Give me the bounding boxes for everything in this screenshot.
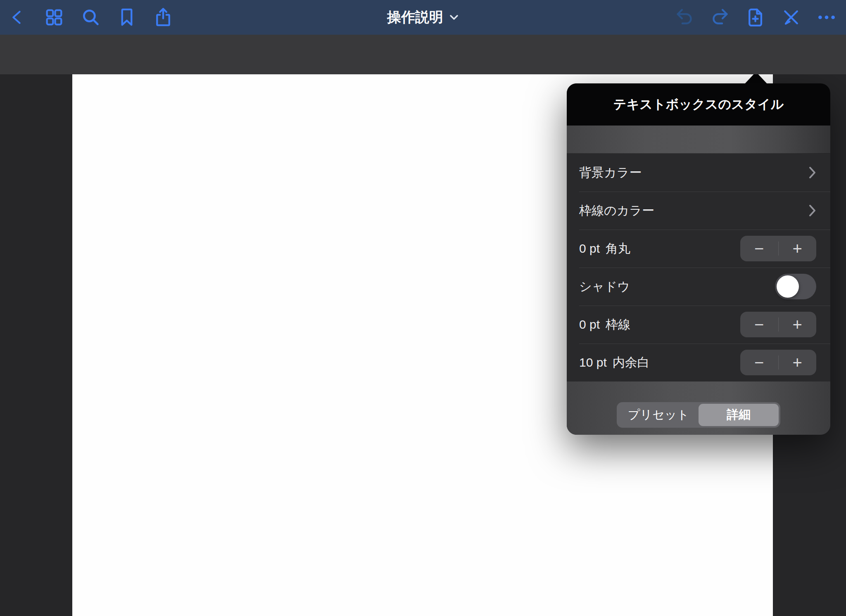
undo-button[interactable] (674, 7, 695, 28)
row-label: 背景カラー (579, 164, 642, 181)
undo-icon (674, 7, 695, 28)
minus-button[interactable]: − (740, 312, 778, 337)
stop-editing-icon (780, 7, 802, 28)
row-shadow: シャドウ (567, 268, 830, 306)
redo-button[interactable] (709, 7, 731, 28)
share-button[interactable] (152, 7, 174, 28)
border-width-value: 0 pt (579, 317, 600, 332)
thumbnails-grid-icon (43, 7, 65, 28)
plus-button[interactable]: + (779, 236, 817, 261)
row-label: 角丸 (606, 240, 630, 257)
shadow-toggle[interactable] (775, 274, 816, 299)
row-label: 枠線 (606, 316, 630, 333)
row-border-color[interactable]: 枠線のカラー (567, 192, 830, 230)
thumbnails-button[interactable] (43, 7, 65, 28)
corner-radius-stepper: − + (740, 236, 816, 261)
detail-tab[interactable]: 詳細 (699, 404, 779, 426)
padding-stepper: − + (740, 350, 816, 375)
bookmark-icon (116, 7, 138, 28)
minus-button[interactable]: − (740, 236, 778, 261)
disclosure-chevron-icon (809, 166, 816, 179)
preset-tab[interactable]: プリセット (618, 404, 699, 426)
goodnotes-screen: 操作説明 (0, 0, 846, 616)
back-button[interactable] (7, 7, 29, 28)
textbox-style-popover: テキストボックスのスタイル 背景カラー 枠線のカラー 0 pt 角丸 (567, 83, 830, 435)
row-label: 内余白 (613, 354, 650, 371)
share-icon (152, 7, 174, 28)
add-page-button[interactable] (745, 7, 766, 28)
row-background-color[interactable]: 背景カラー (567, 154, 830, 192)
nav-right-group (674, 0, 837, 35)
popover-footer: プリセット 詳細 (567, 381, 830, 435)
row-label: 枠線のカラー (579, 202, 654, 219)
plus-button[interactable]: + (779, 350, 817, 375)
back-icon (8, 7, 27, 28)
nav-left-group (7, 0, 174, 35)
redo-icon (709, 7, 731, 28)
row-corner-radius: 0 pt 角丸 − + (567, 230, 830, 268)
padding-value: 10 pt (579, 355, 607, 370)
style-preview-band (567, 126, 830, 154)
stop-editing-button[interactable] (780, 7, 802, 28)
row-label: シャドウ (579, 278, 630, 295)
top-navigation-bar: 操作説明 (0, 0, 846, 35)
more-icon (816, 7, 837, 28)
preset-detail-segmented-control: プリセット 詳細 (617, 402, 780, 428)
search-button[interactable] (80, 7, 101, 28)
tools-toolbar (0, 35, 846, 74)
more-button[interactable] (816, 7, 837, 28)
border-width-stepper: − + (740, 312, 816, 337)
plus-button[interactable]: + (779, 312, 817, 337)
popover-title: テキストボックスのスタイル (567, 83, 830, 126)
corner-radius-value: 0 pt (579, 242, 600, 256)
disclosure-chevron-icon (809, 204, 816, 217)
search-icon (80, 7, 101, 28)
minus-button[interactable]: − (740, 350, 778, 375)
title-chevron-down-icon (449, 14, 459, 21)
document-title: 操作説明 (387, 8, 443, 27)
bookmark-button[interactable] (116, 7, 138, 28)
row-padding: 10 pt 内余白 − + (567, 344, 830, 381)
toggle-knob (777, 275, 799, 298)
add-page-icon (745, 7, 766, 28)
row-border-width: 0 pt 枠線 − + (567, 306, 830, 344)
